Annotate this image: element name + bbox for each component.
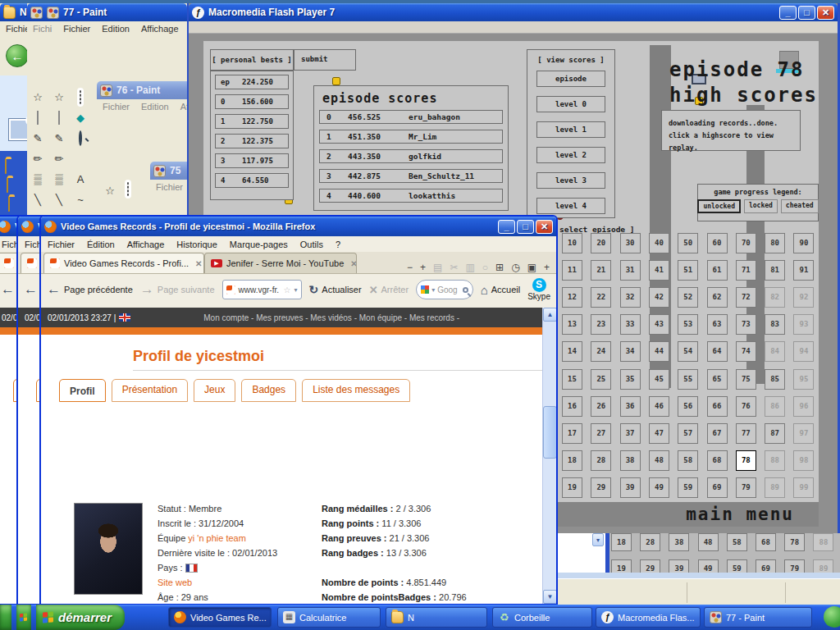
free-select-icon[interactable]: ☆: [50, 89, 68, 106]
episode-15-button[interactable]: 15: [562, 369, 582, 390]
episode-85-button[interactable]: 85: [765, 369, 785, 390]
toolbar-icon[interactable]: −: [407, 262, 413, 273]
toolbar-icon[interactable]: +: [420, 262, 426, 273]
mini-folder-icon[interactable]: [7, 177, 8, 193]
episode-48-button[interactable]: 48: [698, 533, 719, 551]
episode-40-button[interactable]: 40: [649, 233, 669, 253]
paint-stub-menu[interactable]: Fichi: [33, 24, 52, 34]
episode-78-button[interactable]: 78: [784, 533, 805, 551]
episode-73-button[interactable]: 73: [736, 314, 756, 335]
episode-42-button[interactable]: 42: [649, 287, 669, 308]
episode-27-button[interactable]: 27: [591, 423, 611, 444]
view-scores-level-0-button[interactable]: level 0: [536, 96, 605, 112]
text-icon[interactable]: A: [71, 171, 89, 188]
episode-18-button[interactable]: 18: [611, 533, 632, 551]
paint-menu-item[interactable]: Edition: [102, 24, 130, 34]
toolbar-icon[interactable]: +: [544, 262, 550, 273]
episode-36-button[interactable]: 36: [620, 396, 641, 417]
scrollbar[interactable]: ▲ ▼: [542, 308, 556, 604]
tab-youtube[interactable]: ▶ Jenifer - Serre Moi - YouTube✕: [204, 253, 357, 273]
episode-52-button[interactable]: 52: [678, 287, 698, 308]
brush-icon[interactable]: [71, 151, 89, 167]
magnifier-icon[interactable]: [71, 130, 89, 147]
episode-97-button[interactable]: 97: [793, 423, 814, 444]
episode-score-row[interactable]: 4440.600lookatthis: [319, 189, 503, 203]
bookmark-star-icon[interactable]: ☆: [284, 285, 291, 294]
maximize-button[interactable]: □: [798, 6, 815, 20]
episode-44-button[interactable]: 44: [649, 341, 669, 362]
address-bar[interactable]: www.vgr-fr. ☆ ▾: [222, 280, 302, 299]
episode-19-button[interactable]: 19: [562, 477, 582, 498]
episode-score-row[interactable]: 0456.525eru_bahagon: [319, 110, 503, 124]
start-button[interactable]: démarrer: [36, 605, 125, 630]
episode-83-button[interactable]: 83: [765, 314, 785, 335]
episode-88-button[interactable]: 88: [813, 533, 833, 551]
episode-16-button[interactable]: 16: [562, 396, 582, 417]
uk-flag-icon[interactable]: [119, 313, 130, 322]
episode-score-row[interactable]: 1451.350Mr_Lim: [319, 130, 503, 144]
profile-tab-liste-des-messages[interactable]: Liste des messages: [302, 379, 410, 402]
paint-75-menu[interactable]: Fichier: [156, 182, 183, 192]
maximize-button[interactable]: □: [517, 220, 534, 234]
episode-58-button[interactable]: 58: [678, 450, 698, 471]
pencil-icon[interactable]: ✏: [29, 151, 47, 167]
view-scores-level-2-button[interactable]: level 2: [536, 147, 605, 163]
episode-33-button[interactable]: 33: [620, 314, 641, 335]
episode-99-button[interactable]: 99: [793, 477, 814, 498]
episode-70-button[interactable]: 70: [736, 233, 756, 253]
view-scores-level-1-button[interactable]: level 1: [536, 121, 605, 138]
episode-37-button[interactable]: 37: [620, 423, 641, 444]
refresh-button[interactable]: ↻Actualiser: [309, 283, 362, 296]
episode-24-button[interactable]: 24: [591, 341, 611, 362]
episode-69-button[interactable]: 69: [707, 477, 728, 498]
episode-29-button[interactable]: 29: [591, 477, 611, 498]
menu-outils[interactable]: Outils: [300, 240, 323, 249]
episode-39-button[interactable]: 39: [620, 477, 641, 498]
menu-fichier[interactable]: Fichier: [48, 240, 75, 249]
episode-score-row[interactable]: 2443.350golfkid: [319, 149, 503, 163]
episode-90-button[interactable]: 90: [793, 233, 814, 253]
episode-14-button[interactable]: 14: [562, 341, 582, 362]
episode-68-button[interactable]: 68: [707, 450, 728, 471]
episode-22-button[interactable]: 22: [591, 287, 611, 308]
curve-icon[interactable]: ~: [71, 192, 89, 208]
line-icon[interactable]: ╲: [50, 192, 68, 208]
episode-59-button[interactable]: 59: [678, 477, 698, 498]
episode-81-button[interactable]: 81: [765, 260, 785, 281]
minimize-button[interactable]: _: [779, 6, 797, 20]
episode-77-button[interactable]: 77: [736, 423, 756, 444]
episode-58-button[interactable]: 58: [727, 533, 747, 551]
profile-tab-badges[interactable]: Badges: [241, 379, 296, 402]
search-icon[interactable]: [463, 287, 468, 293]
pencil-icon[interactable]: ✏: [50, 151, 68, 167]
episode-13-button[interactable]: 13: [562, 314, 582, 335]
forward-button[interactable]: →Page suivante: [140, 281, 215, 298]
episode-26-button[interactable]: 26: [591, 396, 611, 417]
eyedropper-icon[interactable]: ✎: [29, 130, 47, 147]
episode-94-button[interactable]: 94: [793, 341, 814, 362]
view-scores-episode-button[interactable]: episode: [536, 71, 605, 87]
episode-54-button[interactable]: 54: [678, 341, 698, 362]
toolbar-icon[interactable]: ◷: [511, 262, 519, 273]
episode-84-button[interactable]: 84: [765, 341, 785, 362]
scroll-up-icon[interactable]: ▲: [543, 308, 556, 322]
paint-76-titlebar[interactable]: 76 - Paint: [97, 81, 187, 99]
episode-49-button[interactable]: 49: [649, 477, 669, 498]
episode-51-button[interactable]: 51: [678, 260, 698, 281]
profile-tab-profil[interactable]: Profil: [59, 379, 106, 402]
episode-21-button[interactable]: 21: [591, 260, 611, 281]
tab-close-icon[interactable]: ✕: [350, 259, 357, 268]
airbrush-icon[interactable]: ▒: [29, 171, 47, 188]
episode-91-button[interactable]: 91: [793, 260, 814, 281]
paint-menu-item[interactable]: Fichier: [103, 102, 130, 112]
menu-affichage[interactable]: Affichage: [127, 240, 165, 249]
episode-61-button[interactable]: 61: [707, 260, 728, 281]
episode-31-button[interactable]: 31: [620, 260, 641, 281]
episode-30-button[interactable]: 30: [620, 233, 641, 253]
toolbar-icon[interactable]: ⊞: [495, 262, 504, 273]
eraser-icon[interactable]: [29, 110, 47, 126]
taskbar-item-paint[interactable]: 77 - Paint: [704, 607, 812, 628]
close-button[interactable]: ✕: [817, 6, 834, 20]
episode-10-button[interactable]: 10: [562, 233, 582, 253]
menu-marquepages[interactable]: Marque-pages: [230, 240, 288, 249]
